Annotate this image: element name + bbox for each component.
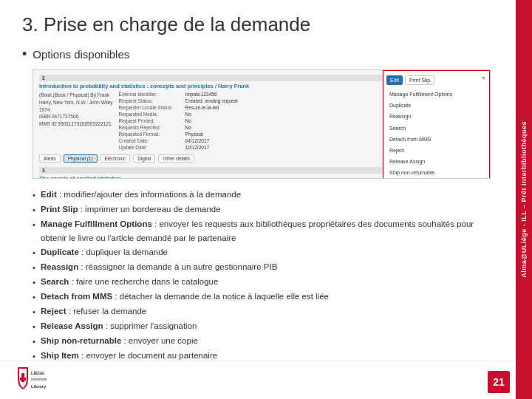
screenshot-area: 2 Introduction to probability and statis… <box>33 69 491 179</box>
list-item-ship-non: Ship non-returnable : envoyer une copie <box>33 334 494 349</box>
list-item-release: Release Assign : supprimer l'assignation <box>33 319 494 334</box>
dropdown-item-detach[interactable]: Detach from MMS <box>383 134 489 145</box>
list-item-edit: Edit : modifier/ajouter des informations… <box>33 188 494 202</box>
dropdown-item-ship[interactable]: Ship Item <box>383 179 489 180</box>
dropdown-item-search[interactable]: Search <box>383 123 489 134</box>
page-number: 21 <box>488 371 510 393</box>
options-list: Edit : modifier/ajouter des informations… <box>33 188 494 364</box>
list-item-reassign: Reassign : réassigner la demande à un au… <box>33 260 494 275</box>
dropdown-buttons: Edit Print Slip ▼ <box>383 73 489 87</box>
list-item-reject: Reject : refuser la demande <box>33 304 494 319</box>
dropdown-item-reassign[interactable]: Reassign <box>383 111 489 122</box>
footer: LIÈGE université Library <box>0 361 516 399</box>
dropdown-item-duplicate[interactable]: Duplicate <box>383 100 489 111</box>
dropdown-item-ship-non[interactable]: Ship non-returnable <box>383 167 489 178</box>
sidebar-label: Alma@ULiège - ILL – Prêt Interbibliothèq… <box>520 121 528 278</box>
dropdown-item-release[interactable]: Release Assign <box>383 156 489 167</box>
edit-button[interactable]: Edit <box>386 75 403 85</box>
list-item-duplicate: Duplicate : dupliquer la demande <box>33 245 494 260</box>
svg-text:université: université <box>31 377 47 381</box>
section-title: Options disponibles <box>22 47 494 62</box>
list-item-printslip: Print Slip : imprimer un bordereau de de… <box>33 202 494 217</box>
page-title: 3. Prise en charge de la demande <box>22 13 494 36</box>
svg-text:Library: Library <box>31 384 47 389</box>
print-slip-button[interactable]: Print Slip <box>405 75 434 85</box>
university-logo: LIÈGE université Library <box>12 366 52 395</box>
item1-book-info: (Book (Book / Physical) By Frank Harry, … <box>39 92 113 151</box>
list-item-manage: Manage Fulfillment Options : envoyer les… <box>33 217 494 245</box>
dropdown-item-manage[interactable]: Manage Fulfillment Options <box>383 89 489 100</box>
list-item-search: Search : faire une recherche dans le cat… <box>33 275 494 290</box>
right-sidebar-bar: Alma@ULiège - ILL – Prêt Interbibliothèq… <box>516 0 532 399</box>
dropdown-toggle[interactable]: ▼ <box>481 75 486 85</box>
dropdown-item-reject[interactable]: Reject <box>383 145 489 156</box>
logo-area: LIÈGE université Library <box>12 366 52 395</box>
main-content: 3. Prise en charge de la demande Options… <box>0 0 516 371</box>
list-item-detach: Detach from MMS : détacher la demande de… <box>33 290 494 304</box>
dropdown-menu: Edit Print Slip ▼ Manage Fulfillment Opt… <box>383 70 490 179</box>
svg-text:LIÈGE: LIÈGE <box>31 370 44 375</box>
